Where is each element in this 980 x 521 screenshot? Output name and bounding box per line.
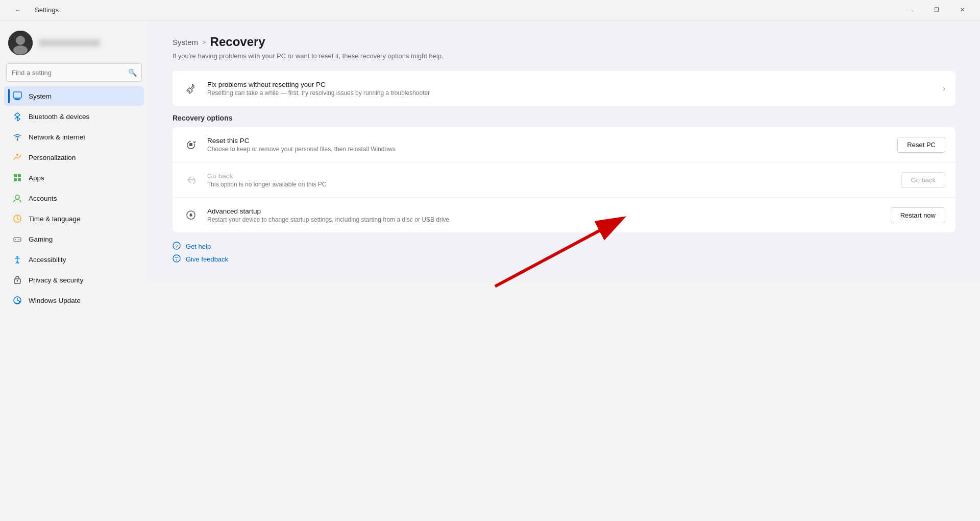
user-name [39, 39, 100, 46]
titlebar-left: ← Settings [6, 2, 59, 18]
sidebar-item-personalization[interactable]: Personalization [4, 148, 144, 167]
fix-problems-action: › [943, 84, 945, 93]
back-button[interactable]: ← [6, 2, 30, 18]
sidebar-item-label-system: System [29, 92, 52, 100]
go-back-title: Go back [207, 172, 893, 180]
advanced-startup-subtitle: Restart your device to change startup se… [207, 216, 883, 223]
update-icon [12, 295, 22, 305]
apps-icon [12, 173, 22, 183]
svg-point-6 [17, 139, 18, 141]
breadcrumb: System > Recovery [173, 35, 955, 49]
sidebar-item-label-accounts: Accounts [29, 195, 57, 202]
recovery-options-card: Reset this PC Choose to keep or remove y… [173, 127, 955, 232]
svg-point-18 [16, 256, 18, 258]
fix-problems-card: Fix problems without resetting your PC R… [173, 71, 955, 106]
close-button[interactable]: ✕ [950, 2, 974, 18]
fix-problems-subtitle: Resetting can take a while — first, try … [207, 89, 935, 97]
go-back-text: Go back This option is no longer availab… [207, 172, 893, 188]
svg-rect-22 [189, 143, 192, 146]
sidebar-item-label-network: Network & internet [29, 133, 85, 141]
chevron-right-icon: › [943, 84, 945, 92]
sidebar-item-apps[interactable]: Apps [4, 168, 144, 187]
fix-problems-title: Fix problems without resetting your PC [207, 81, 935, 88]
svg-text:?: ? [176, 244, 178, 249]
go-back-action: Go back [901, 172, 945, 188]
search-input[interactable] [6, 63, 142, 82]
minimize-button[interactable]: — [899, 2, 923, 18]
go-back-button: Go back [901, 172, 945, 188]
sidebar-item-system[interactable]: System [4, 86, 144, 106]
svg-rect-10 [14, 178, 17, 181]
breadcrumb-separator: > [202, 38, 206, 46]
svg-point-20 [17, 280, 18, 282]
sidebar-item-time[interactable]: Time & language [4, 209, 144, 228]
sidebar-item-label-accessibility: Accessibility [29, 256, 66, 264]
personalization-icon [12, 152, 22, 162]
reset-pc-subtitle: Choose to keep or remove your personal f… [207, 146, 889, 153]
go-back-row: Go back This option is no longer availab… [173, 162, 955, 198]
restart-now-button[interactable]: Restart now [891, 207, 945, 223]
sidebar-item-privacy[interactable]: Privacy & security [4, 270, 144, 290]
reset-pc-action: Reset PC [897, 137, 945, 153]
gaming-icon [12, 234, 22, 244]
fix-problems-row[interactable]: Fix problems without resetting your PC R… [173, 71, 955, 106]
breadcrumb-current: Recovery [210, 35, 265, 49]
sidebar-item-label-privacy: Privacy & security [29, 276, 83, 284]
svg-point-2 [13, 45, 28, 55]
wrench-icon [183, 80, 199, 97]
svg-rect-9 [18, 174, 21, 177]
advanced-startup-text: Advanced startup Restart your device to … [207, 207, 883, 223]
svg-point-27 [176, 259, 177, 260]
privacy-icon [12, 275, 22, 285]
titlebar-title: Settings [35, 6, 59, 14]
get-help-link[interactable]: ? Get help [173, 242, 955, 251]
advanced-startup-icon [183, 207, 199, 223]
sidebar-item-network[interactable]: Network & internet [4, 127, 144, 147]
svg-point-7 [16, 154, 18, 156]
sidebar-item-accounts[interactable]: Accounts [4, 188, 144, 208]
svg-rect-11 [18, 178, 21, 181]
breadcrumb-parent[interactable]: System [173, 38, 198, 46]
sidebar-item-gaming[interactable]: Gaming [4, 229, 144, 249]
sidebar-item-accessibility[interactable]: Accessibility [4, 250, 144, 269]
avatar [8, 31, 33, 55]
reset-icon [183, 136, 199, 153]
sidebar-item-label-time: Time & language [29, 215, 81, 223]
search-box: 🔍 [6, 63, 142, 82]
reset-pc-text: Reset this PC Choose to keep or remove y… [207, 137, 889, 153]
get-help-label: Get help [186, 243, 211, 250]
sidebar-item-label-gaming: Gaming [29, 235, 53, 243]
time-icon [12, 214, 22, 224]
network-icon [12, 132, 22, 142]
reset-pc-title: Reset this PC [207, 137, 889, 145]
sidebar: 🔍 System Bluetooth & devices [0, 20, 148, 521]
sidebar-item-label-personalization: Personalization [29, 154, 76, 161]
advanced-startup-title: Advanced startup [207, 207, 883, 215]
sidebar-item-label-update: Windows Update [29, 297, 81, 304]
helper-links: ? Get help Give feedback [173, 242, 955, 264]
recovery-options-label: Recovery options [173, 114, 955, 122]
reset-pc-row: Reset this PC Choose to keep or remove y… [173, 127, 955, 162]
titlebar: ← Settings — ❐ ✕ [0, 0, 980, 20]
app-window: 🔍 System Bluetooth & devices [0, 20, 980, 521]
system-icon [12, 91, 22, 101]
svg-rect-14 [14, 238, 21, 242]
sidebar-item-label-bluetooth: Bluetooth & devices [29, 113, 89, 121]
search-icon: 🔍 [128, 68, 137, 77]
give-feedback-label: Give feedback [186, 255, 228, 263]
give-feedback-link[interactable]: Give feedback [173, 254, 955, 264]
svg-rect-3 [13, 92, 21, 98]
main-wrapper: System > Recovery If you're having probl… [148, 20, 980, 521]
svg-rect-8 [14, 174, 17, 177]
maximize-button[interactable]: ❐ [925, 2, 948, 18]
fix-problems-text: Fix problems without resetting your PC R… [207, 81, 935, 97]
sidebar-item-bluetooth[interactable]: Bluetooth & devices [4, 107, 144, 126]
sidebar-item-update[interactable]: Windows Update [4, 291, 144, 310]
bluetooth-icon [12, 111, 22, 122]
accessibility-icon [12, 254, 22, 265]
reset-pc-button[interactable]: Reset PC [897, 137, 945, 153]
go-back-subtitle: This option is no longer available on th… [207, 181, 893, 188]
page-subtitle: If you're having problems with your PC o… [173, 52, 955, 60]
goback-icon [183, 172, 199, 188]
help-icon: ? [173, 242, 181, 251]
